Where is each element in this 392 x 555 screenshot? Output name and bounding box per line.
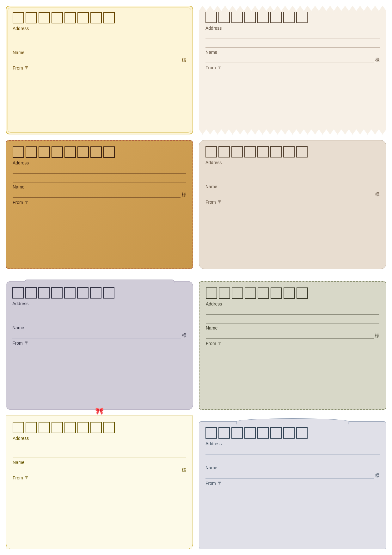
from-row: From 〒 [13, 475, 186, 481]
from-row: From 〒 [205, 480, 380, 486]
postal-box [244, 427, 256, 439]
address-line-2 [205, 41, 380, 48]
postal-box [25, 287, 37, 299]
postal-box [244, 146, 256, 157]
postal-box [103, 422, 115, 433]
from-label: From [13, 200, 23, 205]
name-line [12, 331, 181, 338]
sama-label: 様 [182, 333, 187, 338]
from-label: From [205, 481, 216, 486]
sama-label: 様 [375, 57, 380, 63]
postal-boxes-6 [206, 287, 379, 299]
from-label: From [13, 65, 23, 71]
sama-label: 様 [375, 333, 379, 339]
sama-label: 様 [375, 473, 380, 478]
postal-symbol: 〒 [218, 199, 222, 205]
postal-box [90, 422, 102, 433]
postal-box [52, 422, 63, 433]
from-row: From 〒 [206, 341, 379, 346]
from-row: From 〒 [205, 199, 380, 205]
postal-box [12, 287, 24, 299]
postal-boxes-1 [13, 12, 186, 23]
postal-box [283, 427, 295, 439]
address-line-2 [205, 175, 380, 182]
address-line-2 [13, 176, 186, 182]
address-label: Address [206, 301, 379, 306]
postal-box [64, 422, 76, 433]
address-line-2 [13, 451, 186, 458]
postal-box [231, 427, 243, 439]
address-label: Address [13, 160, 186, 165]
address-label: Address [205, 160, 380, 165]
sama-label: 様 [182, 58, 186, 63]
postal-box [52, 146, 63, 158]
address-line-2 [13, 41, 186, 48]
name-row: 様 [13, 56, 186, 63]
address-label: Address [13, 436, 186, 441]
postal-box [218, 427, 230, 439]
name-line [206, 332, 374, 339]
postal-box [77, 146, 89, 158]
postal-boxes-8 [205, 427, 380, 439]
sama-label: 様 [375, 192, 380, 197]
address-label: Address [13, 26, 186, 31]
postal-box [51, 287, 63, 299]
postal-box [244, 12, 256, 23]
postal-box [13, 12, 24, 23]
postal-box [39, 12, 50, 23]
postal-box [271, 287, 282, 299]
postal-box [90, 146, 102, 158]
from-label: From [13, 475, 23, 480]
address-label: Address [12, 301, 187, 306]
address-line-1 [12, 307, 187, 314]
from-label: From [12, 341, 23, 346]
address-card-4: Address Name 様 From 〒 [199, 140, 386, 269]
address-card-6: Address Name 様 From 〒 [199, 281, 386, 410]
postal-box [270, 146, 282, 157]
postal-box [13, 422, 24, 433]
name-line [13, 466, 181, 473]
address-label: Address [205, 441, 380, 446]
name-line [205, 56, 374, 63]
postal-box [13, 146, 24, 158]
address-line-2 [12, 316, 187, 323]
postal-box [296, 146, 308, 157]
name-row: 様 [12, 331, 187, 338]
address-card-7: Address Name 様 From 〒 [6, 416, 193, 549]
postal-boxes-2 [205, 12, 380, 23]
postal-box [77, 12, 89, 23]
postal-symbol: 〒 [218, 480, 222, 486]
postal-box [64, 12, 76, 23]
name-label: Name [12, 325, 187, 330]
name-line [13, 56, 181, 63]
name-row: 様 [13, 191, 186, 198]
postal-box [283, 12, 295, 23]
postal-box [257, 12, 269, 23]
name-line [13, 191, 181, 198]
postal-box [38, 287, 50, 299]
address-card-3: Address Name 様 From 〒 [6, 140, 193, 269]
postal-box [64, 287, 76, 299]
address-line-1 [13, 32, 186, 39]
postal-box [258, 287, 269, 299]
postal-box [205, 12, 217, 23]
address-line-1 [205, 447, 380, 454]
postal-symbol: 〒 [25, 340, 29, 346]
address-card-1: Address Name 様 From 〒 [6, 6, 193, 134]
name-label: Name [206, 325, 379, 330]
name-line [205, 190, 374, 197]
postal-box [26, 146, 37, 158]
sama-label: 様 [182, 467, 186, 473]
address-line-1 [205, 166, 380, 173]
postal-box [64, 146, 76, 158]
postal-boxes-3 [13, 146, 186, 158]
postal-box [284, 287, 295, 299]
from-label: From [205, 200, 216, 205]
address-line-1 [205, 32, 380, 39]
name-label: Name [13, 50, 186, 55]
postal-box [231, 146, 243, 157]
postal-symbol: 〒 [25, 65, 29, 71]
postal-box [219, 287, 230, 299]
sama-label: 様 [182, 192, 186, 198]
address-card-2: Address Name 様 From 〒 [199, 6, 386, 134]
